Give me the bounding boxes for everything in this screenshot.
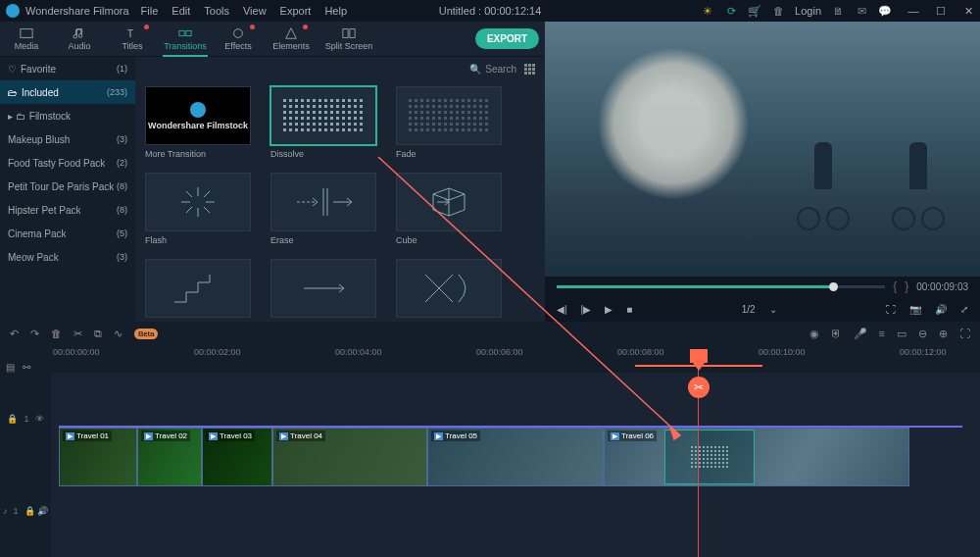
fit-icon[interactable]: ⛶ (959, 328, 970, 339)
tab-split-screen[interactable]: Split Screen (318, 22, 380, 57)
titlebar: Wondershare Filmora File Edit Tools View… (0, 0, 980, 22)
zoom-out-icon[interactable]: ⊖ (918, 328, 927, 340)
timeline-toolbar: ↶ ↷ 🗑 ✂ ⧉ ∿ Beta ◉ ⛨ 🎤 ≡ ▭ ⊖ ⊕ ⛶ (0, 322, 980, 345)
sidebar-included[interactable]: 🗁 Included(233) (0, 80, 135, 104)
preview-panel: { } 00:00:09:03 ◀| |▶ ▶ ■ 1/2 ⌄ ⛶ 📷 🔊 ⤢ (545, 22, 980, 322)
tab-titles[interactable]: TTitles (106, 22, 159, 57)
zoom-in-icon[interactable]: ⊕ (939, 328, 948, 340)
layers-icon[interactable]: ▤ (6, 362, 15, 373)
clip-2[interactable]: Travel 02 (137, 428, 202, 486)
link-icon[interactable]: ⚯ (23, 362, 30, 373)
sidebar-hipster[interactable]: Hipster Pet Pack(8) (0, 198, 135, 222)
trash-icon[interactable]: 🗑 (771, 4, 785, 18)
brace-right-icon[interactable]: } (905, 279, 908, 293)
fullscreen-icon[interactable]: ⤢ (960, 304, 968, 315)
color-wheel-icon[interactable]: ◉ (809, 328, 819, 340)
clip-3[interactable]: Travel 03 (202, 428, 272, 486)
message-icon[interactable]: 💬 (878, 4, 892, 18)
search-input[interactable]: 🔍 Search (469, 64, 516, 75)
tab-media[interactable]: Media (0, 22, 53, 57)
close-button[interactable]: ✕ (962, 5, 974, 17)
sidebar-makeup[interactable]: Makeup Blush(3) (0, 127, 135, 151)
svg-text:T: T (127, 27, 134, 39)
snapshot-icon[interactable]: 📷 (909, 304, 921, 315)
menu-file[interactable]: File (141, 5, 159, 17)
svg-line-13 (204, 207, 210, 213)
volume-icon[interactable]: 🔊 (935, 304, 947, 315)
clip-4[interactable]: Travel 04 (272, 428, 427, 486)
scrub-bar[interactable]: { } 00:00:09:03 (545, 277, 980, 296)
clip-1[interactable]: Travel 01 (59, 428, 137, 486)
clip-5[interactable]: Travel 05 (427, 428, 604, 486)
tab-audio[interactable]: Audio (53, 22, 106, 57)
thumb-cube[interactable]: Cube (396, 173, 502, 245)
video-track-label[interactable]: 🔒 1 👁 (0, 373, 51, 465)
thumb-flash[interactable]: Flash (145, 173, 251, 245)
chevron-down-icon[interactable]: ⌄ (769, 304, 777, 315)
thumb-fade[interactable]: Fade (396, 86, 502, 159)
mixer-icon[interactable]: ≡ (879, 328, 885, 339)
mail-icon[interactable]: ✉ (855, 4, 868, 18)
thumb-extra-1[interactable] (145, 259, 251, 318)
login-button[interactable]: Login (795, 5, 821, 17)
sidebar-meow[interactable]: Meow Pack(3) (0, 245, 135, 269)
sidebar-paris[interactable]: Petit Tour De Paris Pack(8) (0, 175, 135, 198)
menu-export[interactable]: Export (280, 5, 312, 17)
sidebar-cinema[interactable]: Cinema Pack(5) (0, 222, 135, 245)
tab-effects[interactable]: Effects (212, 22, 265, 57)
category-sidebar: ♡ Favorite(1) 🗁 Included(233) ▸ 🗀 Filmst… (0, 57, 135, 324)
playhead-marker[interactable] (690, 349, 708, 363)
sidebar-filmstock[interactable]: ▸ 🗀 Filmstock (0, 104, 135, 127)
tab-elements[interactable]: Elements (265, 22, 318, 57)
play-reverse-button[interactable]: |▶ (581, 304, 592, 315)
menu-edit[interactable]: Edit (172, 5, 190, 17)
shield-icon[interactable]: ⛨ (831, 328, 842, 339)
copy-button[interactable]: ⧉ (94, 328, 102, 340)
minimize-button[interactable]: — (907, 5, 919, 17)
asset-tabs: Media Audio TTitles Transitions Effects … (0, 22, 545, 57)
thumb-dissolve[interactable]: Dissolve (270, 86, 376, 159)
split-indicator[interactable]: ✂ (688, 377, 710, 398)
export-button[interactable]: EXPORT (475, 28, 539, 49)
cut-button[interactable]: ✂ (74, 328, 82, 340)
preview-video[interactable] (545, 22, 980, 277)
menu-view[interactable]: View (243, 5, 267, 17)
maximize-button[interactable]: ☐ (935, 5, 947, 17)
save-icon[interactable]: 🗎 (831, 4, 845, 18)
headset-icon[interactable]: ⟳ (724, 4, 738, 18)
thumb-erase[interactable]: Erase (270, 173, 376, 245)
stop-button[interactable]: ■ (626, 304, 632, 315)
mic-icon[interactable]: 🎤 (854, 328, 867, 340)
brace-left-icon[interactable]: { (893, 279, 897, 293)
thumb-extra-3[interactable] (396, 259, 502, 318)
undo-button[interactable]: ↶ (10, 328, 19, 340)
time-ruler[interactable]: 00:00:00:0000:00:02:0000:00:04:0000:00:0… (0, 345, 980, 361)
screen-icon[interactable]: ⛶ (886, 304, 896, 315)
transition-drop-preview[interactable] (664, 430, 755, 484)
thumb-more-transition[interactable]: Wondershare Filmstock More Transition (145, 86, 251, 159)
page-indicator[interactable]: 1/2 (742, 304, 756, 315)
audio-track-label[interactable]: ♪1 🔒 🔊 (0, 465, 51, 557)
menu-help[interactable]: Help (324, 5, 347, 17)
preview-time: 00:00:09:03 (916, 281, 968, 292)
svg-rect-3 (186, 30, 191, 35)
svg-rect-0 (21, 29, 32, 38)
timeline[interactable]: 🔒 1 👁 ♪1 🔒 🔊 Travel 01Travel 02Travel 03… (0, 373, 980, 557)
sidebar-food[interactable]: Food Tasty Food Pack(2) (0, 151, 135, 175)
grid-view-icon[interactable] (524, 64, 535, 75)
play-button[interactable]: ▶ (605, 304, 612, 315)
cart-icon[interactable]: 🛒 (748, 4, 761, 18)
svg-line-15 (186, 207, 192, 213)
app-name: Wondershare Filmora (25, 5, 129, 17)
waveform-button[interactable]: ∿ (114, 328, 122, 340)
sidebar-favorite[interactable]: ♡ Favorite(1) (0, 57, 135, 80)
tab-transitions[interactable]: Transitions (159, 22, 212, 57)
redo-button[interactable]: ↷ (30, 328, 39, 340)
book-icon[interactable]: ▭ (897, 328, 906, 340)
delete-button[interactable]: 🗑 (51, 328, 62, 339)
prev-frame-button[interactable]: ◀| (557, 304, 567, 315)
thumb-extra-2[interactable] (270, 259, 376, 318)
main-menu: File Edit Tools View Export Help (141, 5, 347, 17)
sun-icon[interactable]: ☀ (701, 4, 714, 18)
menu-tools[interactable]: Tools (204, 5, 229, 17)
